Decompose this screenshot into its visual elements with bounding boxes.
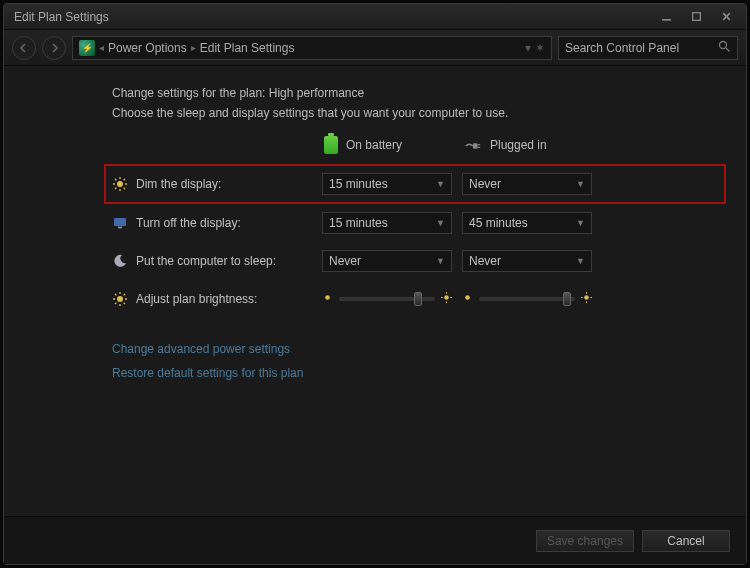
svg-point-4 <box>720 41 727 48</box>
content: Change settings for the plan: High perfo… <box>4 66 746 516</box>
maximize-button[interactable] <box>682 9 710 25</box>
row-label: Turn off the display: <box>136 216 241 230</box>
dropdown-value: Never <box>469 177 501 191</box>
column-headers: On battery Plugged in <box>112 136 726 154</box>
control-panel-icon: ⚡ <box>79 40 95 56</box>
svg-line-27 <box>124 294 125 295</box>
moon-icon <box>112 253 128 269</box>
svg-line-16 <box>124 179 125 180</box>
row-brightness: Adjust plan brightness: <box>112 280 726 318</box>
column-plugged-in: Plugged in <box>464 136 594 154</box>
column-label: On battery <box>346 138 402 152</box>
slider-thumb[interactable] <box>414 292 422 306</box>
toolbar: ⚡ ◂ Power Options ▸ Edit Plan Settings ▾… <box>4 30 746 66</box>
window-title: Edit Plan Settings <box>10 10 650 24</box>
search-icon <box>718 40 731 56</box>
svg-point-9 <box>117 181 123 187</box>
svg-point-29 <box>325 295 330 300</box>
column-on-battery: On battery <box>324 136 454 154</box>
brightness-plugged-slider-cell <box>462 292 592 306</box>
close-button[interactable] <box>712 9 740 25</box>
svg-line-14 <box>115 179 116 180</box>
sleep-battery-dropdown[interactable]: Never ▼ <box>322 250 452 272</box>
svg-point-36 <box>584 295 589 300</box>
advanced-settings-link[interactable]: Change advanced power settings <box>112 342 726 356</box>
sun-dim-icon <box>322 292 333 306</box>
links: Change advanced power settings Restore d… <box>112 342 726 380</box>
search-input[interactable]: Search Control Panel <box>558 36 738 60</box>
forward-button[interactable] <box>42 36 66 60</box>
dim-battery-dropdown[interactable]: 15 minutes ▼ <box>322 173 452 195</box>
svg-rect-18 <box>114 218 126 226</box>
breadcrumb-item[interactable]: Power Options <box>108 41 187 55</box>
svg-line-17 <box>115 188 116 189</box>
back-button[interactable] <box>12 36 36 60</box>
chevron-down-icon: ▼ <box>436 256 445 266</box>
breadcrumb-separator-icon: ▸ <box>191 42 196 53</box>
svg-point-30 <box>444 295 449 300</box>
row-label: Put the computer to sleep: <box>136 254 276 268</box>
chevron-down-icon[interactable]: ▾ <box>525 41 531 55</box>
chevron-down-icon: ▼ <box>576 256 585 266</box>
row-dim-display: Dim the display: 15 minutes ▼ Never ▼ <box>104 164 726 204</box>
chevron-down-icon: ▼ <box>576 179 585 189</box>
breadcrumb-separator-icon: ◂ <box>99 42 104 53</box>
svg-rect-19 <box>118 227 122 229</box>
dropdown-value: 15 minutes <box>329 177 388 191</box>
slider-thumb[interactable] <box>563 292 571 306</box>
svg-rect-1 <box>692 13 700 21</box>
breadcrumb[interactable]: ⚡ ◂ Power Options ▸ Edit Plan Settings ▾… <box>72 36 552 60</box>
row-turn-off-display: Turn off the display: 15 minutes ▼ 45 mi… <box>112 204 726 242</box>
dropdown-value: Never <box>329 254 361 268</box>
titlebar: Edit Plan Settings <box>4 4 746 30</box>
turnoff-battery-dropdown[interactable]: 15 minutes ▼ <box>322 212 452 234</box>
svg-line-28 <box>115 303 116 304</box>
chevron-down-icon: ▼ <box>576 218 585 228</box>
sun-icon <box>112 176 128 192</box>
svg-line-25 <box>115 294 116 295</box>
row-sleep: Put the computer to sleep: Never ▼ Never… <box>112 242 726 280</box>
save-button[interactable]: Save changes <box>536 530 634 552</box>
battery-icon <box>324 136 338 154</box>
column-label: Plugged in <box>490 138 547 152</box>
brightness-battery-slider-cell <box>322 292 452 306</box>
row-label: Adjust plan brightness: <box>136 292 257 306</box>
sun-dim-icon <box>462 292 473 306</box>
minimize-button[interactable] <box>652 9 680 25</box>
turnoff-plugged-dropdown[interactable]: 45 minutes ▼ <box>462 212 592 234</box>
svg-point-35 <box>465 295 470 300</box>
plug-icon <box>464 140 482 150</box>
footer: Save changes Cancel <box>4 516 746 564</box>
row-label: Dim the display: <box>136 177 221 191</box>
window: Edit Plan Settings ⚡ ◂ Power Options ▸ E… <box>3 3 747 565</box>
breadcrumb-item[interactable]: Edit Plan Settings <box>200 41 295 55</box>
search-placeholder: Search Control Panel <box>565 41 679 55</box>
chevron-down-icon: ▼ <box>436 179 445 189</box>
page-heading: Change settings for the plan: High perfo… <box>112 86 726 100</box>
svg-rect-6 <box>473 143 478 148</box>
sun-icon <box>112 291 128 307</box>
restore-defaults-link[interactable]: Restore default settings for this plan <box>112 366 726 380</box>
dropdown-value: Never <box>469 254 501 268</box>
sun-bright-icon <box>581 292 592 306</box>
svg-line-15 <box>124 188 125 189</box>
svg-line-5 <box>726 48 730 52</box>
page-subheading: Choose the sleep and display settings th… <box>112 106 726 120</box>
cancel-button[interactable]: Cancel <box>642 530 730 552</box>
chevron-down-icon: ▼ <box>436 218 445 228</box>
dropdown-value: 15 minutes <box>329 216 388 230</box>
dropdown-value: 45 minutes <box>469 216 528 230</box>
sun-bright-icon <box>441 292 452 306</box>
dim-plugged-dropdown[interactable]: Never ▼ <box>462 173 592 195</box>
svg-point-20 <box>117 296 123 302</box>
refresh-icon[interactable]: ✶ <box>535 41 545 55</box>
monitor-icon <box>112 215 128 231</box>
svg-line-26 <box>124 303 125 304</box>
brightness-battery-slider[interactable] <box>339 297 435 301</box>
sleep-plugged-dropdown[interactable]: Never ▼ <box>462 250 592 272</box>
brightness-plugged-slider[interactable] <box>479 297 575 301</box>
